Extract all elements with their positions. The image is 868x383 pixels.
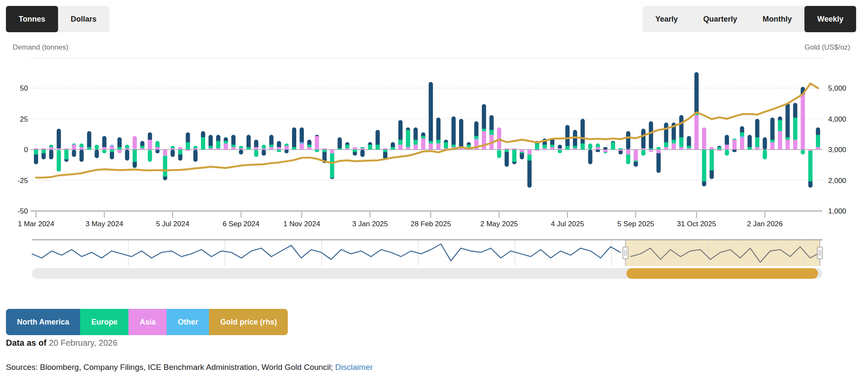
- bar-segment[interactable]: [414, 140, 418, 145]
- bar-segment[interactable]: [588, 150, 593, 164]
- bar-segment[interactable]: [679, 115, 684, 140]
- bar-segment[interactable]: [300, 142, 304, 144]
- bar-segment[interactable]: [527, 150, 531, 155]
- bar-segment[interactable]: [748, 147, 752, 150]
- bar-segment[interactable]: [793, 118, 797, 140]
- bar-segment[interactable]: [740, 132, 744, 136]
- bar-segment[interactable]: [672, 144, 676, 150]
- bar-segment[interactable]: [436, 118, 440, 142]
- bar-segment[interactable]: [231, 144, 236, 147]
- bar-segment[interactable]: [254, 150, 258, 157]
- bar-segment[interactable]: [300, 128, 304, 145]
- bar-segment[interactable]: [657, 150, 661, 153]
- bar-segment[interactable]: [649, 148, 653, 150]
- bar-segment[interactable]: [596, 147, 600, 150]
- bar-segment[interactable]: [565, 146, 570, 150]
- bar-segment[interactable]: [360, 148, 364, 150]
- bar-segment[interactable]: [626, 131, 630, 150]
- bar-segment[interactable]: [216, 141, 220, 148]
- bar-segment[interactable]: [406, 147, 410, 150]
- bar-segment[interactable]: [816, 147, 820, 150]
- bar-segment[interactable]: [102, 150, 106, 153]
- bar-segment[interactable]: [785, 103, 790, 140]
- bar-segment[interactable]: [163, 150, 167, 156]
- bar-segment[interactable]: [148, 150, 152, 162]
- bar-segment[interactable]: [588, 144, 593, 150]
- bar-segment[interactable]: [239, 150, 243, 155]
- bar-segment[interactable]: [771, 142, 775, 150]
- bar-segment[interactable]: [482, 131, 486, 150]
- bar-segment[interactable]: [603, 150, 607, 152]
- bar-segment[interactable]: [542, 148, 547, 150]
- bar-segment[interactable]: [755, 137, 760, 147]
- bar-segment[interactable]: [110, 146, 114, 150]
- bar-segment[interactable]: [740, 136, 744, 137]
- bar-segment[interactable]: [702, 150, 706, 181]
- bar-segment[interactable]: [634, 161, 638, 162]
- bar-segment[interactable]: [269, 147, 273, 150]
- bar-segment[interactable]: [641, 129, 645, 150]
- bar-segment[interactable]: [793, 103, 797, 120]
- bar-segment[interactable]: [156, 150, 160, 153]
- bar-segment[interactable]: [428, 144, 433, 150]
- bar-segment[interactable]: [193, 148, 198, 150]
- bar-segment[interactable]: [186, 142, 190, 150]
- bar-segment[interactable]: [72, 144, 76, 150]
- bar-segment[interactable]: [186, 150, 190, 151]
- bar-segment[interactable]: [79, 150, 83, 162]
- bar-segment[interactable]: [808, 151, 812, 182]
- bar-segment[interactable]: [436, 140, 440, 144]
- bar-segment[interactable]: [778, 131, 782, 150]
- bar-segment[interactable]: [512, 148, 516, 150]
- bar-segment[interactable]: [785, 137, 790, 140]
- bar-segment[interactable]: [679, 147, 684, 150]
- bar-segment[interactable]: [558, 150, 562, 153]
- legend-chip-north-america[interactable]: North America: [6, 309, 80, 335]
- bar-segment[interactable]: [269, 144, 273, 147]
- bar-segment[interactable]: [520, 150, 524, 152]
- bar-segment[interactable]: [611, 142, 615, 150]
- bar-segment[interactable]: [307, 147, 312, 150]
- bar-segment[interactable]: [170, 150, 175, 157]
- bar-segment[interactable]: [657, 147, 661, 150]
- bar-segment[interactable]: [740, 137, 744, 150]
- bar-segment[interactable]: [323, 148, 327, 150]
- bar-segment[interactable]: [307, 144, 312, 147]
- bar-segment[interactable]: [467, 144, 471, 147]
- bar-segment[interactable]: [383, 148, 387, 150]
- bar-segment[interactable]: [702, 128, 706, 150]
- bar-segment[interactable]: [110, 150, 114, 152]
- bar-segment[interactable]: [527, 158, 531, 188]
- bar-segment[interactable]: [535, 144, 539, 150]
- bar-segment[interactable]: [490, 130, 494, 135]
- bar-segment[interactable]: [535, 150, 539, 151]
- bar-segment[interactable]: [148, 140, 152, 150]
- bar-segment[interactable]: [57, 148, 61, 150]
- bar-segment[interactable]: [345, 144, 349, 148]
- bar-segment[interactable]: [87, 147, 91, 150]
- bar-segment[interactable]: [573, 148, 577, 150]
- bar-segment[interactable]: [163, 156, 167, 177]
- bar-segment[interactable]: [284, 146, 289, 150]
- bar-segment[interactable]: [398, 120, 403, 142]
- bar-segment[interactable]: [505, 150, 509, 152]
- bar-segment[interactable]: [368, 144, 372, 150]
- bar-segment[interactable]: [102, 147, 106, 150]
- bar-segment[interactable]: [558, 148, 562, 150]
- bar-segment[interactable]: [156, 147, 160, 150]
- bar-segment[interactable]: [338, 148, 342, 150]
- navigator-scrollbar-track[interactable]: [32, 268, 822, 279]
- bar-segment[interactable]: [383, 150, 387, 152]
- bar-segment[interactable]: [133, 136, 137, 150]
- bar-segment[interactable]: [125, 150, 129, 161]
- bar-segment[interactable]: [254, 147, 258, 150]
- bar-segment[interactable]: [428, 141, 433, 144]
- bar-segment[interactable]: [512, 150, 516, 162]
- legend-chip-asia[interactable]: Asia: [128, 309, 167, 335]
- bar-segment[interactable]: [277, 150, 281, 152]
- bar-segment[interactable]: [277, 147, 281, 150]
- bar-segment[interactable]: [360, 150, 364, 157]
- bar-segment[interactable]: [664, 142, 668, 147]
- bar-segment[interactable]: [95, 144, 99, 150]
- bar-segment[interactable]: [505, 148, 509, 150]
